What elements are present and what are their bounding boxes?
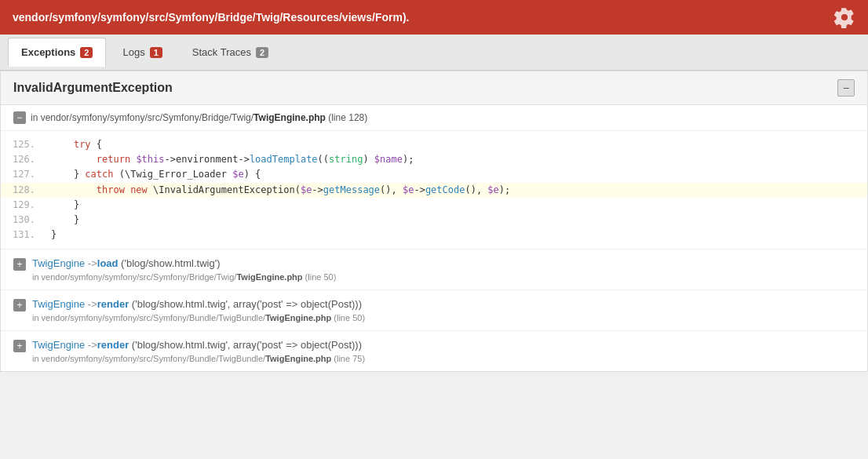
line-content-130: }: [48, 213, 79, 228]
stack-arrow-2: ->: [85, 339, 97, 351]
code-line-125: 125. try {: [1, 137, 867, 152]
stack-file-bold-1: TwigEngine.php: [265, 313, 331, 322]
stack-method-0: load: [97, 257, 119, 269]
stack-item-1-info: TwigEngine ->render ('blog/show.html.twi…: [32, 298, 362, 310]
line-content-131: }: [48, 228, 57, 242]
code-line-126: 126. return $this->environment->loadTemp…: [1, 152, 867, 167]
stack-item-2-info: TwigEngine ->render ('blog/show.html.twi…: [32, 339, 362, 351]
tab-exceptions[interactable]: Exceptions 2: [8, 38, 106, 67]
tab-stack-traces-badge: 2: [256, 47, 268, 58]
stack-class-0: TwigEngine: [32, 257, 85, 269]
gear-icon[interactable]: [833, 6, 855, 28]
line-content-128: throw new \InvalidArgumentException($e->…: [48, 183, 510, 198]
file-location-text: in vendor/symfony/symfony/src/Symfony/Br…: [31, 112, 367, 123]
stack-class-1: TwigEngine: [32, 298, 85, 310]
stack-arrow-0: ->: [85, 257, 97, 269]
exception-title: InvalidArgumentException: [13, 81, 173, 95]
top-bar-title: vendor/symfony/symfony/src/Symfony/Bridg…: [13, 11, 409, 24]
tab-exceptions-label: Exceptions: [21, 46, 75, 58]
line-number-127: 127.: [1, 167, 48, 182]
line-content-127: } catch (\Twig_Error_Loader $e) {: [48, 167, 261, 182]
stack-args-1: ('blog/show.html.twig', array('post' => …: [129, 298, 362, 310]
stack-file-bold-0: TwigEngine.php: [236, 272, 302, 282]
line-number-129: 129.: [1, 198, 48, 213]
expand-stack-2-button[interactable]: +: [13, 340, 26, 352]
expand-stack-1-button[interactable]: +: [13, 299, 26, 311]
line-number-126: 126.: [1, 152, 48, 167]
stack-item-2: + TwigEngine ->render ('blog/show.html.t…: [1, 330, 867, 371]
stack-file-1: in vendor/symfony/symfony/src/Symfony/Bu…: [32, 313, 855, 322]
line-number-125: 125.: [1, 137, 48, 152]
line-content-125: try {: [48, 137, 102, 152]
stack-class-2: TwigEngine: [32, 339, 85, 351]
tab-logs-label: Logs: [122, 46, 144, 58]
stack-item-2-header: + TwigEngine ->render ('blog/show.html.t…: [13, 339, 855, 352]
code-line-131: 131. }: [1, 228, 867, 242]
collapse-button[interactable]: −: [837, 79, 855, 97]
stack-file-2: in vendor/symfony/symfony/src/Symfony/Bu…: [32, 354, 855, 363]
code-line-128: 128. throw new \InvalidArgumentException…: [1, 183, 867, 198]
stack-args-0: ('blog/show.html.twig'): [119, 257, 221, 269]
tab-stack-traces[interactable]: Stack Traces 2: [179, 38, 282, 67]
stack-item-0-info: TwigEngine ->load ('blog/show.html.twig'…: [32, 257, 220, 269]
collapse-file-button[interactable]: −: [13, 111, 26, 124]
stack-arrow-1: ->: [85, 298, 97, 310]
stack-item-1: + TwigEngine ->render ('blog/show.html.t…: [1, 290, 867, 330]
line-content-129: }: [48, 198, 79, 213]
exception-header: InvalidArgumentException −: [1, 71, 867, 105]
stack-args-2: ('blog/show.html.twig', array('post' => …: [129, 339, 362, 351]
stack-file-bold-2: TwigEngine.php: [265, 354, 331, 363]
file-location-row: − in vendor/symfony/symfony/src/Symfony/…: [1, 105, 867, 131]
stack-item-0: + TwigEngine ->load ('blog/show.html.twi…: [1, 249, 867, 290]
top-bar: vendor/symfony/symfony/src/Symfony/Bridg…: [0, 0, 868, 35]
tab-logs[interactable]: Logs 1: [109, 38, 175, 67]
stack-item-1-header: + TwigEngine ->render ('blog/show.html.t…: [13, 298, 855, 311]
code-line-130: 130. }: [1, 213, 867, 228]
stack-file-0: in vendor/symfony/symfony/src/Symfony/Br…: [32, 272, 855, 282]
stack-method-1: render: [97, 298, 129, 310]
tab-exceptions-badge: 2: [80, 47, 93, 58]
expand-stack-0-button[interactable]: +: [13, 258, 26, 271]
code-block: 125. try { 126. return $this->environmen…: [1, 131, 867, 249]
stack-item-0-header: + TwigEngine ->load ('blog/show.html.twi…: [13, 257, 855, 271]
line-number-128: 128.: [1, 183, 48, 198]
tab-stack-traces-label: Stack Traces: [192, 46, 251, 58]
tab-logs-badge: 1: [150, 47, 162, 58]
stack-method-2: render: [97, 339, 129, 351]
code-line-129: 129. }: [1, 198, 867, 213]
code-line-127: 127. } catch (\Twig_Error_Loader $e) {: [1, 167, 867, 182]
line-content-126: return $this->environment->loadTemplate(…: [48, 152, 414, 167]
file-name-bold: TwigEngine.php: [253, 112, 326, 123]
line-number-131: 131.: [1, 228, 48, 242]
line-number-130: 130.: [1, 213, 48, 228]
main-content: InvalidArgumentException − − in vendor/s…: [0, 71, 868, 372]
tabs-bar: Exceptions 2 Logs 1 Stack Traces 2: [0, 35, 868, 71]
